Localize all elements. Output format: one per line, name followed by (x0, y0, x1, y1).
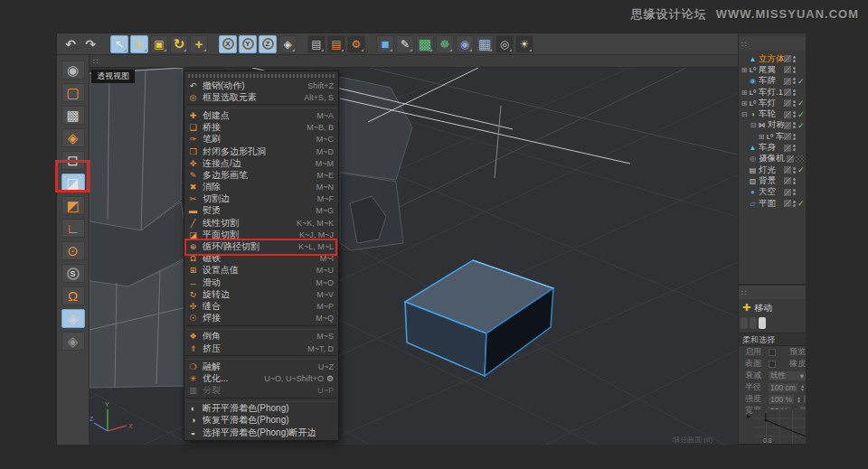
menu-close-polygon-hole[interactable]: ❒ 封闭多边形孔洞 M~D ⚙ (184, 145, 338, 157)
rotate-tool-button[interactable]: ↻ (170, 35, 188, 53)
redo-button[interactable]: ↷ (81, 35, 99, 53)
object-row-cube[interactable]: ▲ 立方体 ✓ (739, 53, 806, 64)
object-row-license-plate[interactable]: ◉ 车牌 ✓ (739, 76, 806, 87)
make-editable-button[interactable]: ◉ (61, 61, 85, 80)
lock-y-axis-button[interactable]: Y (239, 35, 257, 53)
soft-selection-section-header[interactable]: 柔和选择 (739, 333, 806, 346)
menu-item[interactable]: ⚙ (186, 398, 336, 402)
layer-chip-icon[interactable] (784, 55, 791, 62)
menu-set-point-value[interactable]: ⊞ 设置点值 M~U ⚙ (184, 265, 338, 277)
object-row-symmetry[interactable]: ⊟ ⋈ 对称 ✓ (739, 120, 806, 131)
menu-optimize[interactable]: ✳ 优化... U~O, U~Shift+O ⚙ (184, 372, 338, 384)
add-camera-button[interactable]: ◎ (495, 35, 514, 53)
expander-icon[interactable]: ⊞ (741, 89, 748, 97)
visibility-dots-icon[interactable] (793, 67, 796, 73)
lock-x-axis-button[interactable]: X (219, 35, 237, 53)
menu-brush[interactable]: ✑ 笔刷 M~C ⚙ (184, 134, 338, 145)
menu-bridge[interactable]: ❑ 桥接 M~B, B ⚙ (184, 122, 338, 134)
undo-button[interactable]: ↶ (61, 35, 80, 53)
stepper[interactable]: ▲▼ (800, 384, 805, 391)
visibility-dots-icon[interactable] (793, 122, 796, 128)
object-row-light[interactable]: ▤ 灯光 ✓ (739, 164, 806, 175)
layer-chip-icon[interactable] (784, 78, 791, 85)
menu-iron[interactable]: ▬ 熨烫 M~G ⚙ (184, 205, 338, 217)
menu-item[interactable]: ⚙ (186, 355, 336, 360)
visibility-dots-icon[interactable] (793, 134, 796, 140)
menu-dissolve[interactable]: ✖ 消除 M~N ⚙ (184, 182, 338, 193)
layer-chip-icon[interactable] (784, 122, 791, 129)
object-row-background[interactable]: ▨ 背景 ✓ (739, 175, 806, 186)
menu-unbreak-phong-shading[interactable]: ◑ 恢复平滑着色(Phong) ⚙ (184, 415, 338, 427)
menu-break-phong-shading[interactable]: ◐ 断开平滑着色(Phong) ⚙ (184, 403, 338, 415)
enabled-check-icon[interactable]: ✓ (797, 121, 806, 130)
add-subdivision-surface-button[interactable]: ▩ (416, 35, 434, 53)
drag-handle-icon[interactable]: ∷ (741, 288, 746, 297)
object-row-wheel[interactable]: ⊟ ◑ 车轮 ✓ (739, 108, 806, 119)
expander-icon[interactable]: ⊞ (741, 66, 748, 74)
visibility-dots-icon[interactable] (793, 145, 796, 151)
uv-mesh-mode-button[interactable]: ◈ (61, 128, 85, 147)
expander-icon[interactable]: ⊟ (750, 121, 757, 129)
dropdown[interactable]: 线性▾ (769, 371, 806, 380)
enabled-check-icon[interactable]: ✓ (797, 98, 806, 108)
add-environment-button[interactable]: ◉ (456, 35, 474, 53)
camera-toggle-icon[interactable] (796, 155, 804, 163)
snap-button[interactable]: S (61, 264, 85, 283)
visibility-dots-icon[interactable] (793, 100, 796, 107)
object-row-sky[interactable]: ● 天空 ✓ (739, 187, 806, 198)
menu-melt[interactable]: ❍ 融解 U~Z ⚙ (184, 361, 338, 372)
enable-axis-button[interactable]: ∟ (61, 219, 85, 238)
menu-weld[interactable]: ☉ 焊接 M~Q ⚙ (184, 313, 338, 324)
add-spline-pen-button[interactable]: ✎ (396, 35, 414, 53)
menu-select-phong-break-edges[interactable]: ◒ 选择平滑着色(Phong)断开边 ⚙ (184, 427, 338, 438)
menu-stitch-and-sew[interactable]: ✣ 缝合 M~P ⚙ (184, 300, 338, 312)
visibility-dots-icon[interactable] (793, 189, 796, 195)
render-picture-viewer-button[interactable]: ▤ (327, 35, 345, 53)
layer-chip-icon[interactable] (784, 145, 791, 152)
visibility-dots-icon[interactable] (793, 111, 796, 117)
model-mode-button[interactable]: ▢ (61, 83, 85, 102)
enabled-check-icon[interactable]: ✓ (797, 77, 806, 86)
visibility-dots-icon[interactable] (793, 56, 796, 62)
menu-slide[interactable]: ↔ 滑动 M~O ⚙ (184, 277, 338, 288)
texture-mode-button[interactable]: ▩ (61, 106, 85, 125)
add-floor-button[interactable]: ▦ (476, 35, 494, 53)
layer-chip-icon[interactable] (784, 177, 791, 184)
menu-undo-action[interactable]: ↶ 撤销(动作) Shift+Z ⚙ (184, 80, 338, 91)
visibility-dots-icon[interactable] (793, 78, 796, 84)
value-field[interactable]: 100 % (769, 395, 794, 404)
mini-button[interactable] (804, 395, 806, 403)
object-row-wheel-child[interactable]: ⊞ Lº 车轮 ✓ (739, 131, 806, 142)
scale-tool-button[interactable]: ▣ (150, 35, 168, 53)
workplane-snap-button[interactable]: ◈ (61, 309, 85, 328)
tab-object-axis[interactable] (750, 317, 757, 329)
expander-icon[interactable]: ⊞ (758, 133, 765, 141)
magnet-snap-button[interactable]: Ω (61, 286, 85, 305)
menu-tearoff-handle[interactable] (188, 74, 335, 78)
layer-chip-icon[interactable] (784, 66, 791, 73)
menu-split[interactable]: ▥ 分裂 U~P ⚙ (184, 385, 338, 397)
workplane-toggle-button[interactable]: ◈ (61, 332, 85, 351)
add-light-button[interactable]: ☀ (515, 35, 533, 53)
value-field[interactable]: 100 cm (769, 383, 797, 392)
menu-polygon-pen[interactable]: ✎ 多边形画笔 M~E ⚙ (184, 169, 338, 181)
menu-bevel[interactable]: ❖ 倒角 M~S ⚙ (184, 331, 338, 342)
visibility-dots-icon[interactable] (793, 201, 796, 207)
falloff-curve[interactable]: 0.8 (753, 409, 806, 444)
object-row-headlight-1[interactable]: ⊞ Lº 车灯.1 ✓ (739, 87, 806, 98)
coordinate-system-button[interactable]: ◈ (278, 35, 297, 53)
checkbox[interactable] (769, 349, 776, 356)
drag-handle-icon[interactable]: ∷ (741, 40, 746, 49)
lock-z-axis-button[interactable]: Z (259, 35, 277, 53)
visibility-dots-icon[interactable] (793, 89, 796, 96)
tab-axis[interactable] (741, 317, 748, 329)
enabled-check-icon[interactable]: ✓ (797, 165, 806, 174)
menu-line-cut[interactable]: ╱ 线性切割 K~K, M~K ⚙ (184, 217, 338, 229)
layer-chip-icon[interactable] (784, 89, 791, 96)
expander-icon[interactable]: ⊞ (741, 99, 748, 108)
render-view-button[interactable]: ▤ (307, 35, 326, 53)
menu-rotate-edge[interactable]: ↻ 旋转边 M~V ⚙ (184, 288, 338, 300)
expander-icon[interactable]: ⊟ (741, 110, 748, 118)
layer-chip-icon[interactable] (784, 166, 791, 174)
menu-frame-selected-elements[interactable]: ◎ 框显选取元素 Alt+S, S ⚙ (184, 91, 338, 103)
